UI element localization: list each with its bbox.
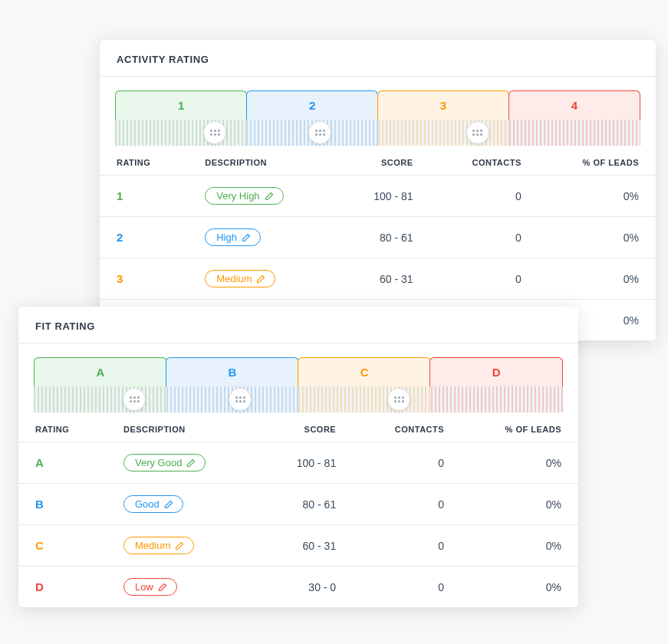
description-label: Medium [135, 540, 170, 551]
score-value: 30 - 0 [258, 567, 353, 608]
activity-track-seg-3 [378, 120, 509, 146]
table-row: 2 High 80 - 61 0 0% [100, 217, 656, 258]
table-row: C Medium 60 - 31 0 0% [18, 525, 578, 567]
contacts-value: 0 [353, 567, 461, 608]
description-pill[interactable]: Medium [123, 537, 194, 554]
table-row: 3 Medium 60 - 31 0 0% [100, 258, 656, 300]
score-value: 60 - 31 [258, 525, 353, 567]
table-row: B Good 80 - 61 0 0% [18, 484, 578, 525]
fit-tab-c[interactable]: C [298, 357, 431, 386]
fit-rating-card: FIT RATING A B C D RATING DESCRIPTION SC… [18, 307, 578, 608]
pencil-icon [265, 192, 274, 201]
pencil-icon [164, 500, 173, 509]
col-pct: % OF LEADS [461, 412, 578, 442]
pencil-icon [242, 233, 251, 242]
col-description: DESCRIPTION [188, 146, 334, 176]
rating-value: A [35, 456, 44, 469]
pencil-icon [158, 583, 167, 592]
contacts-value: 0 [430, 176, 538, 217]
activity-tab-1[interactable]: 1 [115, 90, 247, 120]
fit-tab-b[interactable]: B [166, 357, 299, 386]
description-pill[interactable]: Good [123, 495, 183, 513]
rating-value: C [35, 539, 44, 552]
description-label: Very High [216, 190, 259, 202]
fit-range-track [34, 386, 563, 412]
col-score: SCORE [334, 146, 429, 176]
col-rating: RATING [18, 412, 107, 442]
activity-tab-3[interactable]: 3 [377, 90, 509, 120]
contacts-value: 0 [353, 484, 461, 525]
score-value: 80 - 61 [258, 484, 353, 525]
pencil-icon [186, 458, 196, 468]
col-pct: % OF LEADS [538, 146, 656, 176]
pct-value: 0% [461, 525, 578, 567]
activity-tab-4[interactable]: 4 [508, 90, 640, 120]
pct-value: 0% [538, 258, 656, 300]
description-label: High [216, 232, 237, 243]
description-pill[interactable]: Low [123, 578, 177, 596]
score-value: 100 - 81 [258, 442, 353, 484]
fit-track-seg-d [431, 386, 564, 412]
fit-drag-handle-2[interactable] [229, 388, 252, 411]
activity-range-selector: 1 2 3 4 [100, 77, 656, 146]
description-pill[interactable]: Very High [205, 187, 283, 205]
col-score: SCORE [258, 412, 353, 442]
drag-icon [315, 130, 325, 136]
activity-drag-handle-1[interactable] [203, 121, 226, 144]
activity-track-seg-1 [115, 120, 246, 146]
pct-value: 0% [461, 567, 578, 608]
description-pill[interactable]: High [205, 228, 261, 246]
fit-table: RATING DESCRIPTION SCORE CONTACTS % OF L… [18, 412, 578, 608]
fit-track-seg-a [34, 386, 166, 412]
rating-value: D [35, 580, 44, 593]
drag-icon [472, 130, 482, 136]
fit-card-title: FIT RATING [18, 307, 578, 343]
score-value: 100 - 81 [334, 176, 429, 217]
table-row: 1 Very High 100 - 81 0 0% [100, 176, 656, 217]
drag-icon [210, 130, 220, 136]
drag-icon [130, 396, 140, 402]
pct-value: 0% [538, 176, 656, 217]
description-label: Medium [216, 273, 252, 284]
fit-range-tabs: A B C D [34, 357, 563, 386]
activity-rating-card: ACTIVITY RATING 1 2 3 4 RATING DESCRIPTI… [100, 40, 656, 341]
activity-drag-handle-3[interactable] [466, 121, 489, 144]
col-rating: RATING [100, 146, 188, 176]
col-contacts: CONTACTS [430, 146, 538, 176]
description-label: Very Good [135, 457, 182, 468]
rating-value: 2 [117, 231, 123, 244]
description-label: Low [135, 581, 153, 593]
rating-value: B [35, 498, 44, 511]
fit-track-seg-c [298, 386, 431, 412]
pct-value: 0% [461, 484, 578, 525]
activity-drag-handle-2[interactable] [308, 121, 331, 144]
pencil-icon [256, 274, 265, 284]
rating-value: 1 [117, 189, 123, 202]
pct-value: 0% [461, 442, 578, 484]
drag-icon [394, 396, 404, 402]
pencil-icon [175, 541, 184, 550]
activity-track-seg-4 [509, 120, 640, 146]
contacts-value: 0 [353, 442, 461, 484]
col-description: DESCRIPTION [107, 412, 258, 442]
fit-drag-handle-3[interactable] [387, 388, 410, 411]
score-value: 60 - 31 [334, 258, 429, 300]
description-pill[interactable]: Very Good [123, 454, 206, 472]
activity-tab-2[interactable]: 2 [246, 90, 378, 120]
description-pill[interactable]: Medium [205, 270, 275, 288]
drag-icon [235, 396, 245, 402]
fit-tab-a[interactable]: A [34, 357, 167, 386]
fit-tab-d[interactable]: D [429, 357, 563, 386]
score-value: 80 - 61 [334, 217, 429, 258]
rating-value: 3 [117, 272, 123, 285]
contacts-value: 0 [353, 525, 461, 567]
fit-range-selector: A B C D [18, 343, 578, 412]
pct-value: 0% [538, 217, 656, 258]
table-row: D Low 30 - 0 0 0% [18, 567, 578, 608]
fit-drag-handle-1[interactable] [123, 388, 146, 411]
table-row: A Very Good 100 - 81 0 0% [18, 442, 578, 484]
col-contacts: CONTACTS [353, 412, 461, 442]
activity-range-tabs: 1 2 3 4 [115, 90, 640, 120]
activity-card-title: ACTIVITY RATING [100, 40, 656, 77]
contacts-value: 0 [430, 258, 538, 300]
